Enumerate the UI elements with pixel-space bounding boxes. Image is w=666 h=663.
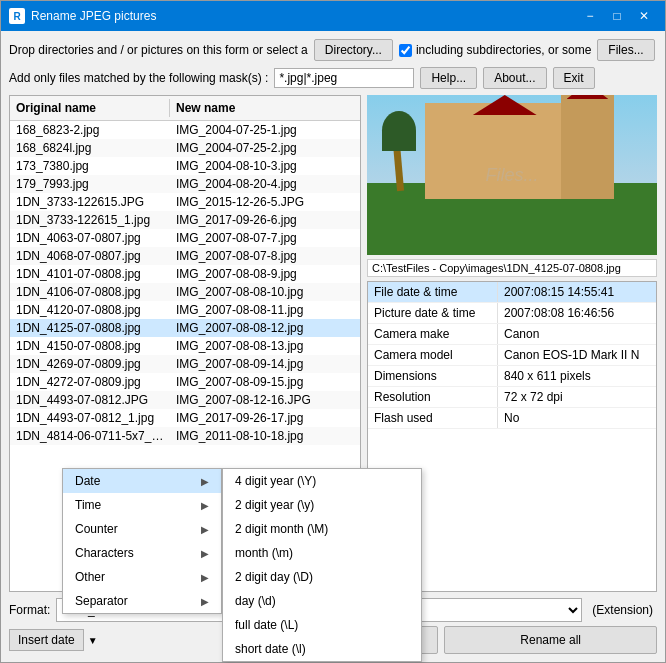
rename-all-button[interactable]: Rename all bbox=[444, 626, 657, 654]
window-controls: − □ ✕ bbox=[577, 6, 657, 26]
file-row[interactable]: 1DN_4068-07-0807.jpgIMG_2007-08-07-8.jpg bbox=[10, 247, 360, 265]
file-row[interactable]: 179_7993.jpgIMG_2004-08-20-4.jpg bbox=[10, 175, 360, 193]
dropdown-item-other[interactable]: Other▶ bbox=[63, 565, 221, 589]
format-label: Format: bbox=[9, 603, 50, 617]
watermark-text: Files... bbox=[485, 165, 538, 186]
date-submenu-item[interactable]: full date (\L) bbox=[223, 613, 421, 637]
file-row[interactable]: 1DN_4101-07-0808.jpgIMG_2007-08-08-9.jpg bbox=[10, 265, 360, 283]
info-path: C:\TestFiles - Copy\images\1DN_4125-07-0… bbox=[367, 259, 657, 277]
directory-button[interactable]: Directory... bbox=[314, 39, 393, 61]
file-row[interactable]: 168_6823-2.jpgIMG_2004-07-25-1.jpg bbox=[10, 121, 360, 139]
file-new-name: IMG_2004-08-10-3.jpg bbox=[170, 158, 360, 174]
file-row[interactable]: 1DN_4493-07-0812_1.jpgIMG_2017-09-26-17.… bbox=[10, 409, 360, 427]
file-row[interactable]: 1DN_4063-07-0807.jpgIMG_2007-08-07-7.jpg bbox=[10, 229, 360, 247]
file-original-name: 1DN_4269-07-0809.jpg bbox=[10, 356, 170, 372]
info-row: Camera makeCanon bbox=[368, 324, 656, 345]
scene: Files... bbox=[367, 95, 657, 255]
date-submenu-item[interactable]: 4 digit year (\Y) bbox=[223, 469, 421, 493]
file-original-name: 1DN_4063-07-0807.jpg bbox=[10, 230, 170, 246]
file-original-name: 1DN_4101-07-0808.jpg bbox=[10, 266, 170, 282]
drop-description: Drop directories and / or pictures on th… bbox=[9, 43, 308, 57]
date-submenu-item[interactable]: 2 digit year (\y) bbox=[223, 493, 421, 517]
date-submenu-item[interactable]: month (\m) bbox=[223, 541, 421, 565]
maximize-button[interactable]: □ bbox=[604, 6, 630, 26]
file-row[interactable]: 1DN_4814-06-0711-5x7_resiz...IMG_2011-08… bbox=[10, 427, 360, 445]
photo-preview: Files... bbox=[367, 95, 657, 255]
info-row: Dimensions840 x 611 pixels bbox=[368, 366, 656, 387]
files-button[interactable]: Files... bbox=[597, 39, 654, 61]
exit-button[interactable]: Exit bbox=[553, 67, 595, 89]
info-value: 2007:08:08 16:46:56 bbox=[498, 303, 656, 323]
minimize-button[interactable]: − bbox=[577, 6, 603, 26]
info-value: 72 x 72 dpi bbox=[498, 387, 656, 407]
close-button[interactable]: ✕ bbox=[631, 6, 657, 26]
file-row[interactable]: 1DN_4120-07-0808.jpgIMG_2007-08-08-11.jp… bbox=[10, 301, 360, 319]
file-new-name: IMG_2007-08-07-7.jpg bbox=[170, 230, 360, 246]
submenu-arrow-icon: ▶ bbox=[201, 500, 209, 511]
about-button[interactable]: About... bbox=[483, 67, 546, 89]
info-value: No bbox=[498, 408, 656, 428]
file-new-name: IMG_2007-08-08-10.jpg bbox=[170, 284, 360, 300]
file-row[interactable]: 1DN_3733-122615_1.jpgIMG_2017-09-26-6.jp… bbox=[10, 211, 360, 229]
tower bbox=[561, 95, 613, 199]
file-original-name: 1DN_4125-07-0808.jpg bbox=[10, 320, 170, 336]
palm-leaf bbox=[382, 111, 417, 151]
file-row[interactable]: 173_7380.jpgIMG_2004-08-10-3.jpg bbox=[10, 157, 360, 175]
title-bar: R Rename JPEG pictures − □ ✕ bbox=[1, 1, 665, 31]
info-key: Flash used bbox=[368, 408, 498, 428]
insert-date-arrow: ▼ bbox=[88, 635, 98, 646]
submenu-arrow-icon: ▶ bbox=[201, 524, 209, 535]
info-value: 840 x 611 pixels bbox=[498, 366, 656, 386]
file-new-name: IMG_2007-08-12-16.JPG bbox=[170, 392, 360, 408]
dropdown-item-characters[interactable]: Characters▶ bbox=[63, 541, 221, 565]
file-row[interactable]: 1DN_4125-07-0808.jpgIMG_2007-08-08-12.jp… bbox=[10, 319, 360, 337]
help-button[interactable]: Help... bbox=[420, 67, 477, 89]
app-icon: R bbox=[9, 8, 25, 24]
info-row: Resolution72 x 72 dpi bbox=[368, 387, 656, 408]
info-key: Camera make bbox=[368, 324, 498, 344]
subdirectories-label: including subdirectories, or some bbox=[416, 43, 591, 57]
file-new-name: IMG_2007-08-07-8.jpg bbox=[170, 248, 360, 264]
info-row: File date & time2007:08:15 14:55:41 bbox=[368, 282, 656, 303]
top-row: Drop directories and / or pictures on th… bbox=[9, 39, 657, 61]
insert-date-button[interactable]: Insert date bbox=[9, 629, 84, 651]
file-row[interactable]: 1DN_4493-07-0812.JPGIMG_2007-08-12-16.JP… bbox=[10, 391, 360, 409]
mask-label: Add only files matched by the following … bbox=[9, 71, 268, 85]
file-new-name: IMG_2007-08-09-14.jpg bbox=[170, 356, 360, 372]
main-window: R Rename JPEG pictures − □ ✕ Drop direct… bbox=[0, 0, 666, 663]
info-key: Dimensions bbox=[368, 366, 498, 386]
date-submenu-item[interactable]: 2 digit month (\M) bbox=[223, 517, 421, 541]
file-original-name: 1DN_4106-07-0808.jpg bbox=[10, 284, 170, 300]
file-row[interactable]: 1DN_3733-122615.JPGIMG_2015-12-26-5.JPG bbox=[10, 193, 360, 211]
dropdown-item-label: Characters bbox=[75, 546, 134, 560]
subdirectories-checkbox-label[interactable]: including subdirectories, or some bbox=[399, 43, 591, 57]
info-key: Picture date & time bbox=[368, 303, 498, 323]
date-submenu-item[interactable]: short date (\l) bbox=[223, 637, 421, 661]
info-key: File date & time bbox=[368, 282, 498, 302]
dropdown-item-date[interactable]: Date▶ bbox=[63, 469, 221, 493]
file-new-name: IMG_2004-07-25-1.jpg bbox=[170, 122, 360, 138]
file-row[interactable]: 1DN_4150-07-0808.jpgIMG_2007-08-08-13.jp… bbox=[10, 337, 360, 355]
file-original-name: 1DN_3733-122615_1.jpg bbox=[10, 212, 170, 228]
dropdown-item-label: Separator bbox=[75, 594, 128, 608]
submenu-arrow-icon: ▶ bbox=[201, 548, 209, 559]
dropdown-item-label: Other bbox=[75, 570, 105, 584]
date-submenu-item[interactable]: 2 digit day (\D) bbox=[223, 565, 421, 589]
file-new-name: IMG_2007-08-08-9.jpg bbox=[170, 266, 360, 282]
insert-date-container: Insert date ▼ bbox=[9, 626, 220, 654]
dropdown-item-separator[interactable]: Separator▶ bbox=[63, 589, 221, 613]
date-submenu-item[interactable]: day (\d) bbox=[223, 589, 421, 613]
file-new-name: IMG_2015-12-26-5.JPG bbox=[170, 194, 360, 210]
file-original-name: 1DN_4068-07-0807.jpg bbox=[10, 248, 170, 264]
file-original-name: 1DN_4120-07-0808.jpg bbox=[10, 302, 170, 318]
dropdown-item-time[interactable]: Time▶ bbox=[63, 493, 221, 517]
mask-input[interactable] bbox=[274, 68, 414, 88]
info-row: Camera modelCanon EOS-1D Mark II N bbox=[368, 345, 656, 366]
file-row[interactable]: 1DN_4106-07-0808.jpgIMG_2007-08-08-10.jp… bbox=[10, 283, 360, 301]
subdirectories-checkbox[interactable] bbox=[399, 44, 412, 57]
window-title: Rename JPEG pictures bbox=[31, 9, 577, 23]
dropdown-item-counter[interactable]: Counter▶ bbox=[63, 517, 221, 541]
file-row[interactable]: 1DN_4272-07-0809.jpgIMG_2007-08-09-15.jp… bbox=[10, 373, 360, 391]
file-row[interactable]: 168_6824l.jpgIMG_2004-07-25-2.jpg bbox=[10, 139, 360, 157]
file-row[interactable]: 1DN_4269-07-0809.jpgIMG_2007-08-09-14.jp… bbox=[10, 355, 360, 373]
